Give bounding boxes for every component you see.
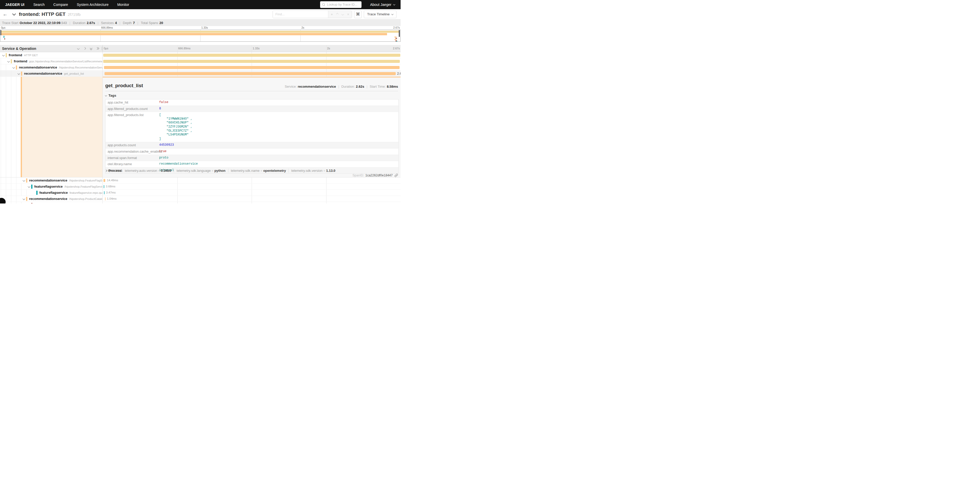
tag-value: true <box>159 148 167 155</box>
trace-header: ← frontend: HTTP GET2f715fb ⌖ × ⌘ Trace … <box>0 9 401 19</box>
tag-key: app.recommendation.cache_enabled <box>105 148 159 155</box>
span-collapse-chevron-icon[interactable] <box>2 54 5 56</box>
collapse-all-icon[interactable] <box>90 47 92 50</box>
span-collapse-chevron-icon[interactable] <box>7 60 10 63</box>
timeline-minimap[interactable] <box>0 30 401 42</box>
span-name-cell[interactable]: frontendgrpc.hipstershop.RecommendationS… <box>0 58 103 64</box>
span-name-cell[interactable] <box>0 202 103 203</box>
timeline-tick-label: 1.33s <box>251 47 259 50</box>
minimap-right-scrubber[interactable] <box>399 30 400 37</box>
span-collapse-chevron-icon[interactable] <box>18 72 20 75</box>
span-duration-label: 3.47ms <box>106 191 116 194</box>
process-tag: telemetry.auto.version=0.34b0 <box>125 169 171 172</box>
stat-separator: | <box>98 21 99 25</box>
timeline-gridline <box>177 202 178 203</box>
process-section-toggle[interactable]: Process:telemetry.auto.version=0.34b0tel… <box>105 169 336 172</box>
span-operation-name: /hipstershop.FeatureFlagService/Ge... <box>64 185 103 188</box>
expand-one-icon[interactable] <box>84 47 86 50</box>
span-duration-bar[interactable] <box>103 54 400 57</box>
span-timeline-cell[interactable]: 3.47ms <box>103 190 401 196</box>
collapse-trace-chevron-icon[interactable] <box>12 12 16 15</box>
keyboard-shortcuts-button[interactable]: ⌘ <box>354 11 362 18</box>
collapse-one-icon[interactable] <box>77 47 80 50</box>
timeline-tick-label: 2s <box>326 47 330 50</box>
indent-guide <box>6 77 6 177</box>
timeline-tick-label: 2s <box>301 26 304 29</box>
tag-row: app.filtered_products.count8 <box>105 106 398 112</box>
clear-find-icon[interactable]: × <box>347 13 349 16</box>
span-row[interactable]: featureflagservicefeatureflagservice.rep… <box>0 190 401 196</box>
span-duration-label: 2.62s <box>397 72 401 75</box>
span-row[interactable]: recommendationservice/hipstershop.Recomm… <box>0 64 401 70</box>
tag-value: 8 <box>159 106 161 112</box>
next-result-icon[interactable] <box>341 13 344 16</box>
chevron-down-icon <box>105 94 107 96</box>
about-jaeger-menu[interactable]: About Jaeger <box>370 3 395 6</box>
indent-guide <box>11 184 11 190</box>
span-duration-bar[interactable] <box>104 191 105 194</box>
span-timeline-cell[interactable]: 14.49ms <box>103 177 401 183</box>
span-name-cell[interactable]: frontendHTTP GET <box>0 52 103 58</box>
service-color-bar <box>6 53 7 57</box>
span-timeline-cell[interactable]: 1.04ms <box>103 196 401 202</box>
span-duration-bar[interactable] <box>103 60 400 63</box>
minimap-span-tick <box>395 37 396 38</box>
span-collapse-chevron-icon[interactable] <box>23 198 25 200</box>
span-row[interactable]: recommendationservice/hipstershop.Produc… <box>0 196 401 202</box>
span-timeline-cell[interactable] <box>103 52 401 58</box>
indent-guide <box>16 196 16 202</box>
tag-key: app.filtered_products.count <box>105 106 159 112</box>
nav-item-search[interactable]: Search <box>29 3 49 6</box>
timeline-gridline <box>177 177 178 183</box>
span-name-cell[interactable]: recommendationservice/hipstershop.Featur… <box>0 177 103 183</box>
app-brand[interactable]: JAEGER UI <box>0 3 29 6</box>
detail-highlight-band <box>22 77 102 177</box>
minimap-left-scrubber[interactable] <box>0 30 1 35</box>
stat-separator: | <box>137 21 138 25</box>
span-timeline-cell[interactable]: 2.62s <box>103 70 401 77</box>
back-button[interactable]: ← <box>0 11 10 17</box>
span-detail-title: get_product_list <box>105 83 143 88</box>
tags-section-toggle[interactable]: Tags <box>105 94 116 97</box>
nav-item-monitor[interactable]: Monitor <box>113 3 134 6</box>
span-name-cell[interactable]: recommendationservice/hipstershop.Produc… <box>0 196 103 202</box>
span-collapse-chevron-icon[interactable] <box>28 185 30 188</box>
span-timeline-cell[interactable] <box>103 64 401 70</box>
indent-guide <box>1 190 1 196</box>
trace-view-selector[interactable]: Trace Timeline <box>364 11 396 18</box>
span-duration-bar[interactable] <box>105 72 396 75</box>
span-duration-bar[interactable] <box>104 66 399 69</box>
span-name-cell[interactable]: featureflagservice/hipstershop.FeatureFl… <box>0 184 103 190</box>
span-timeline-cell[interactable] <box>103 58 401 64</box>
trace-lookup-box[interactable] <box>320 1 361 8</box>
trace-lookup-input[interactable] <box>327 3 358 6</box>
deep-link-icon[interactable] <box>395 174 398 177</box>
span-row[interactable]: frontendHTTP GET <box>0 52 401 58</box>
span-row[interactable]: featureflagservice/hipstershop.FeatureFl… <box>0 184 401 190</box>
span-row[interactable]: frontendgrpc.hipstershop.RecommendationS… <box>0 58 401 64</box>
locate-icon[interactable]: ⌖ <box>331 13 333 16</box>
span-name-cell[interactable]: recommendationservice/hipstershop.Recomm… <box>0 64 103 70</box>
service-color-bar <box>16 65 17 70</box>
span-collapse-chevron-icon[interactable] <box>13 66 15 69</box>
span-timeline-cell[interactable]: 3.68ms <box>103 184 401 190</box>
span-row[interactable]: recommendationserviceget_product_list2.6… <box>0 70 401 77</box>
process-tag: telemetry.sdk.language=python <box>177 169 225 172</box>
indent-guide <box>1 64 1 70</box>
span-row[interactable] <box>0 202 401 203</box>
nav-item-system-architecture[interactable]: System Architecture <box>72 3 113 6</box>
span-timeline-cell[interactable] <box>103 202 401 203</box>
tag-row: app.filtered_products.list[ "1YMWWN1N4O"… <box>105 112 398 142</box>
span-duration-bar[interactable] <box>103 179 105 182</box>
span-row[interactable]: recommendationservice/hipstershop.Featur… <box>0 177 401 184</box>
expand-all-icon[interactable] <box>96 47 99 50</box>
chevron-right-icon <box>105 170 107 172</box>
nav-item-compare[interactable]: Compare <box>49 3 73 6</box>
span-collapse-chevron-icon[interactable] <box>23 179 25 182</box>
span-name-cell[interactable]: recommendationserviceget_product_list <box>0 70 103 77</box>
span-duration-bar[interactable] <box>104 185 104 188</box>
span-duration-bar[interactable] <box>105 197 105 200</box>
find-input[interactable] <box>273 11 328 18</box>
prev-result-icon[interactable] <box>336 13 339 16</box>
span-name-cell[interactable]: featureflagservicefeatureflagservice.rep… <box>0 190 103 196</box>
